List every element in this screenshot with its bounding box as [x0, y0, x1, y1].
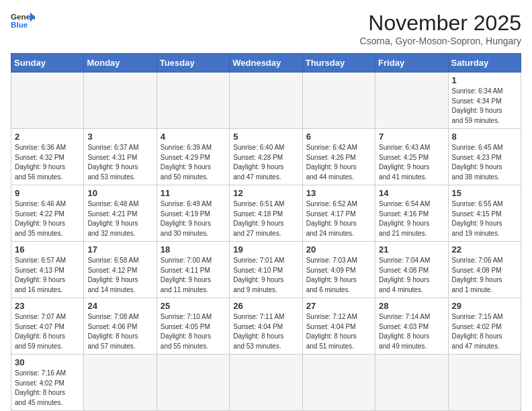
day-info: Sunrise: 7:03 AM Sunset: 4:09 PM Dayligh… — [306, 256, 371, 295]
day-info: Sunrise: 6:42 AM Sunset: 4:26 PM Dayligh… — [306, 143, 371, 182]
day-number: 4 — [161, 132, 226, 142]
calendar-cell: 20Sunrise: 7:03 AM Sunset: 4:09 PM Dayli… — [302, 242, 375, 298]
day-number: 25 — [161, 301, 226, 311]
day-number: 29 — [452, 301, 517, 311]
svg-text:Blue: Blue — [11, 20, 28, 29]
day-info: Sunrise: 6:37 AM Sunset: 4:31 PM Dayligh… — [87, 143, 152, 182]
day-number: 6 — [306, 132, 371, 142]
calendar-cell: 27Sunrise: 7:12 AM Sunset: 4:04 PM Dayli… — [302, 298, 375, 355]
day-info: Sunrise: 7:12 AM Sunset: 4:04 PM Dayligh… — [306, 312, 371, 351]
day-number: 3 — [87, 132, 152, 142]
day-info: Sunrise: 7:06 AM Sunset: 4:08 PM Dayligh… — [452, 256, 517, 295]
week-row-1: 1Sunrise: 6:34 AM Sunset: 4:34 PM Daylig… — [11, 73, 521, 129]
day-info: Sunrise: 6:55 AM Sunset: 4:15 PM Dayligh… — [452, 199, 517, 238]
day-info: Sunrise: 7:10 AM Sunset: 4:05 PM Dayligh… — [161, 312, 226, 351]
day-number: 15 — [452, 188, 517, 198]
calendar-cell: 29Sunrise: 7:15 AM Sunset: 4:02 PM Dayli… — [448, 298, 521, 355]
day-info: Sunrise: 7:00 AM Sunset: 4:11 PM Dayligh… — [161, 256, 226, 295]
day-number: 8 — [452, 132, 517, 142]
month-title: November 2025 — [360, 11, 521, 36]
calendar-cell — [302, 355, 375, 411]
weekday-header-wednesday: Wednesday — [230, 54, 302, 73]
calendar-cell — [157, 73, 229, 129]
day-info: Sunrise: 6:49 AM Sunset: 4:19 PM Dayligh… — [161, 199, 226, 238]
calendar-cell: 6Sunrise: 6:42 AM Sunset: 4:26 PM Daylig… — [302, 129, 375, 185]
logo: General Blue — [11, 11, 35, 30]
calendar-cell — [157, 355, 229, 411]
calendar-cell: 9Sunrise: 6:46 AM Sunset: 4:22 PM Daylig… — [11, 185, 84, 242]
calendar-cell: 28Sunrise: 7:14 AM Sunset: 4:03 PM Dayli… — [375, 298, 448, 355]
day-number: 24 — [87, 301, 152, 311]
calendar-cell: 25Sunrise: 7:10 AM Sunset: 4:05 PM Dayli… — [157, 298, 229, 355]
day-number: 2 — [15, 132, 80, 142]
week-row-5: 23Sunrise: 7:07 AM Sunset: 4:07 PM Dayli… — [11, 298, 521, 355]
calendar-cell: 30Sunrise: 7:16 AM Sunset: 4:02 PM Dayli… — [11, 355, 84, 411]
weekday-header-thursday: Thursday — [302, 54, 375, 73]
weekday-header-sunday: Sunday — [11, 54, 84, 73]
day-info: Sunrise: 6:46 AM Sunset: 4:22 PM Dayligh… — [15, 199, 80, 238]
day-number: 21 — [379, 244, 444, 255]
day-number: 18 — [161, 244, 226, 255]
calendar-cell — [11, 73, 84, 129]
day-info: Sunrise: 6:34 AM Sunset: 4:34 PM Dayligh… — [452, 87, 517, 126]
day-info: Sunrise: 7:11 AM Sunset: 4:04 PM Dayligh… — [233, 312, 298, 351]
day-info: Sunrise: 7:14 AM Sunset: 4:03 PM Dayligh… — [379, 312, 444, 351]
day-info: Sunrise: 6:57 AM Sunset: 4:13 PM Dayligh… — [15, 256, 80, 295]
day-info: Sunrise: 7:16 AM Sunset: 4:02 PM Dayligh… — [15, 369, 80, 408]
day-number: 5 — [233, 132, 298, 142]
calendar-cell — [375, 73, 448, 129]
calendar-table: SundayMondayTuesdayWednesdayThursdayFrid… — [11, 53, 521, 411]
week-row-3: 9Sunrise: 6:46 AM Sunset: 4:22 PM Daylig… — [11, 185, 521, 242]
day-number: 10 — [87, 188, 152, 198]
calendar-cell — [230, 73, 302, 129]
day-info: Sunrise: 6:40 AM Sunset: 4:28 PM Dayligh… — [233, 143, 298, 182]
day-info: Sunrise: 6:43 AM Sunset: 4:25 PM Dayligh… — [379, 143, 444, 182]
day-number: 9 — [15, 188, 80, 198]
calendar-cell — [375, 355, 448, 411]
calendar-cell: 12Sunrise: 6:51 AM Sunset: 4:18 PM Dayli… — [230, 185, 302, 242]
calendar-cell: 11Sunrise: 6:49 AM Sunset: 4:19 PM Dayli… — [157, 185, 229, 242]
location-subtitle: Csorna, Gyor-Moson-Sopron, Hungary — [360, 36, 521, 46]
day-info: Sunrise: 7:01 AM Sunset: 4:10 PM Dayligh… — [233, 256, 298, 295]
day-number: 13 — [306, 188, 371, 198]
weekday-header-monday: Monday — [84, 54, 157, 73]
weekday-header-friday: Friday — [375, 54, 448, 73]
calendar-cell: 18Sunrise: 7:00 AM Sunset: 4:11 PM Dayli… — [157, 242, 229, 298]
day-info: Sunrise: 6:58 AM Sunset: 4:12 PM Dayligh… — [87, 256, 152, 295]
calendar-cell: 23Sunrise: 7:07 AM Sunset: 4:07 PM Dayli… — [11, 298, 84, 355]
day-info: Sunrise: 7:04 AM Sunset: 4:08 PM Dayligh… — [379, 256, 444, 295]
calendar-cell: 10Sunrise: 6:48 AM Sunset: 4:21 PM Dayli… — [84, 185, 157, 242]
day-number: 12 — [233, 188, 298, 198]
weekday-header-tuesday: Tuesday — [157, 54, 229, 73]
calendar-cell: 24Sunrise: 7:08 AM Sunset: 4:06 PM Dayli… — [84, 298, 157, 355]
day-number: 20 — [306, 244, 371, 255]
calendar-cell — [448, 355, 521, 411]
day-number: 26 — [233, 301, 298, 311]
day-info: Sunrise: 7:15 AM Sunset: 4:02 PM Dayligh… — [452, 312, 517, 351]
day-info: Sunrise: 6:36 AM Sunset: 4:32 PM Dayligh… — [15, 143, 80, 182]
day-info: Sunrise: 6:45 AM Sunset: 4:23 PM Dayligh… — [452, 143, 517, 182]
calendar-cell — [230, 355, 302, 411]
calendar-cell: 16Sunrise: 6:57 AM Sunset: 4:13 PM Dayli… — [11, 242, 84, 298]
weekday-header-saturday: Saturday — [448, 54, 521, 73]
calendar-cell: 5Sunrise: 6:40 AM Sunset: 4:28 PM Daylig… — [230, 129, 302, 185]
day-number: 22 — [452, 244, 517, 255]
title-block: November 2025 Csorna, Gyor-Moson-Sopron,… — [360, 11, 521, 46]
calendar-cell: 7Sunrise: 6:43 AM Sunset: 4:25 PM Daylig… — [375, 129, 448, 185]
calendar-cell: 22Sunrise: 7:06 AM Sunset: 4:08 PM Dayli… — [448, 242, 521, 298]
week-row-4: 16Sunrise: 6:57 AM Sunset: 4:13 PM Dayli… — [11, 242, 521, 298]
calendar-cell: 3Sunrise: 6:37 AM Sunset: 4:31 PM Daylig… — [84, 129, 157, 185]
header: General Blue November 2025 Csorna, Gyor-… — [11, 11, 521, 46]
day-info: Sunrise: 6:51 AM Sunset: 4:18 PM Dayligh… — [233, 199, 298, 238]
day-number: 1 — [452, 75, 517, 85]
day-number: 30 — [15, 357, 80, 367]
logo-icon: General Blue — [11, 11, 35, 30]
week-row-2: 2Sunrise: 6:36 AM Sunset: 4:32 PM Daylig… — [11, 129, 521, 185]
calendar-cell: 14Sunrise: 6:54 AM Sunset: 4:16 PM Dayli… — [375, 185, 448, 242]
weekday-header-row: SundayMondayTuesdayWednesdayThursdayFrid… — [11, 54, 521, 73]
week-row-6: 30Sunrise: 7:16 AM Sunset: 4:02 PM Dayli… — [11, 355, 521, 411]
day-number: 28 — [379, 301, 444, 311]
day-info: Sunrise: 7:08 AM Sunset: 4:06 PM Dayligh… — [87, 312, 152, 351]
calendar-cell — [302, 73, 375, 129]
calendar-cell: 8Sunrise: 6:45 AM Sunset: 4:23 PM Daylig… — [448, 129, 521, 185]
